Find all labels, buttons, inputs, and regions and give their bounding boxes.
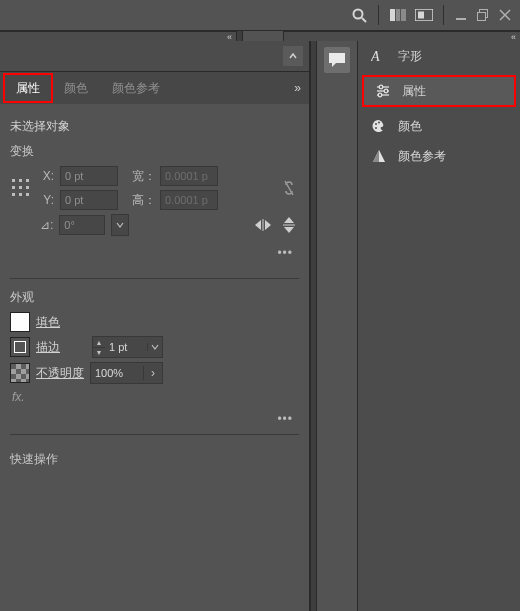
color-guide-icon: [370, 147, 388, 165]
opacity-input[interactable]: 100% ›: [90, 362, 163, 384]
height-label: 高：: [132, 192, 154, 209]
y-input[interactable]: 0 pt: [60, 190, 118, 210]
stroke-weight-dropdown-icon[interactable]: [147, 343, 162, 351]
svg-rect-18: [12, 193, 15, 196]
width-label: 宽：: [132, 168, 154, 185]
fill-label[interactable]: 填色: [36, 314, 60, 331]
svg-rect-6: [418, 12, 424, 19]
opacity-flyout-icon[interactable]: ›: [143, 366, 162, 380]
fill-swatch[interactable]: [10, 312, 30, 332]
svg-rect-17: [26, 186, 29, 189]
svg-rect-14: [26, 179, 29, 182]
palette-icon: [370, 117, 388, 135]
quick-actions-title: 快速操作: [10, 451, 299, 468]
svg-rect-15: [12, 186, 15, 189]
constrain-proportions-icon[interactable]: [279, 178, 299, 198]
side-item-label: 颜色: [398, 118, 422, 135]
svg-marker-22: [255, 220, 261, 230]
stroke-label[interactable]: 描边: [36, 339, 60, 356]
app-titlebar: [0, 0, 520, 31]
opacity-value: 100%: [91, 367, 143, 379]
panel-tabs: 属性 颜色 颜色参考 »: [0, 71, 310, 104]
dock-strip: [317, 41, 358, 611]
svg-rect-16: [19, 186, 22, 189]
svg-rect-12: [12, 179, 15, 182]
stroke-step-up-icon[interactable]: ▲: [93, 338, 105, 348]
y-label: Y:: [38, 193, 54, 207]
stroke-step-down-icon[interactable]: ▼: [93, 348, 105, 357]
side-item-color[interactable]: 颜色: [358, 111, 520, 141]
restore-window-icon[interactable]: [472, 4, 494, 26]
svg-rect-7: [456, 18, 466, 20]
chevron-up-icon[interactable]: [283, 46, 303, 66]
svg-line-1: [362, 18, 366, 22]
side-item-label: 字形: [398, 48, 422, 65]
stroke-weight-value: 1 pt: [105, 341, 147, 353]
svg-point-35: [375, 123, 377, 125]
svg-rect-20: [26, 193, 29, 196]
svg-rect-19: [19, 193, 22, 196]
transform-more-icon[interactable]: •••: [10, 240, 299, 268]
svg-marker-25: [284, 217, 294, 223]
svg-rect-9: [478, 13, 486, 21]
properties-panel: 未选择对象 变换 X: 0 pt Y: 0 pt: [0, 104, 310, 611]
arrange-documents-icon[interactable]: [385, 2, 411, 28]
angle-input[interactable]: 0°: [59, 215, 105, 235]
svg-marker-24: [265, 220, 271, 230]
side-item-label: 属性: [402, 83, 426, 100]
character-icon: A: [370, 47, 388, 65]
flip-horizontal-icon[interactable]: [253, 215, 273, 235]
svg-rect-4: [401, 9, 406, 21]
fx-button[interactable]: fx.: [12, 390, 299, 404]
svg-marker-27: [284, 227, 294, 233]
screen-mode-icon[interactable]: [411, 2, 437, 28]
minimize-window-icon[interactable]: [450, 4, 472, 26]
tab-color-guide[interactable]: 颜色参考: [100, 74, 172, 102]
opacity-swatch[interactable]: [10, 363, 30, 383]
svg-point-36: [378, 122, 380, 124]
appearance-section-title: 外观: [10, 289, 299, 306]
no-selection-label: 未选择对象: [10, 118, 299, 135]
svg-rect-3: [396, 9, 400, 21]
side-panel: A 字形 属性 颜色 颜色参考: [358, 41, 520, 611]
svg-text:A: A: [371, 49, 380, 64]
stroke-weight-input[interactable]: ▲ ▼ 1 pt: [92, 336, 163, 358]
stroke-swatch[interactable]: [10, 337, 30, 357]
svg-point-32: [384, 89, 388, 93]
svg-marker-39: [373, 150, 379, 162]
side-item-character[interactable]: A 字形: [358, 41, 520, 71]
comment-icon[interactable]: [324, 47, 350, 73]
flip-vertical-icon[interactable]: [279, 215, 299, 235]
svg-point-34: [378, 93, 382, 97]
x-input[interactable]: 0 pt: [60, 166, 118, 186]
side-item-label: 颜色参考: [398, 148, 446, 165]
svg-point-30: [379, 85, 383, 89]
tab-color[interactable]: 颜色: [52, 74, 100, 102]
search-icon[interactable]: [346, 2, 372, 28]
tab-properties[interactable]: 属性: [4, 74, 52, 102]
svg-point-37: [375, 127, 377, 129]
panel-collapse-right-icon[interactable]: «: [284, 31, 520, 41]
side-item-color-guide[interactable]: 颜色参考: [358, 141, 520, 171]
appearance-more-icon[interactable]: •••: [10, 406, 299, 434]
opacity-label[interactable]: 不透明度: [36, 365, 84, 382]
reference-point-icon[interactable]: [10, 177, 32, 199]
side-item-properties[interactable]: 属性: [362, 75, 516, 107]
close-window-icon[interactable]: [494, 4, 516, 26]
sliders-icon: [374, 82, 392, 100]
transform-section-title: 变换: [10, 143, 299, 160]
angle-label: ⊿:: [40, 218, 53, 232]
left-header: [0, 41, 310, 71]
tabs-more-icon[interactable]: »: [294, 81, 301, 95]
panel-collapse-left-icon[interactable]: «: [0, 31, 236, 41]
svg-rect-13: [19, 179, 22, 182]
width-input[interactable]: 0.0001 p: [160, 166, 218, 186]
angle-dropdown-icon[interactable]: [111, 214, 129, 236]
svg-rect-2: [390, 9, 395, 21]
x-label: X:: [38, 169, 54, 183]
svg-point-0: [354, 10, 363, 19]
height-input[interactable]: 0.0001 p: [160, 190, 218, 210]
